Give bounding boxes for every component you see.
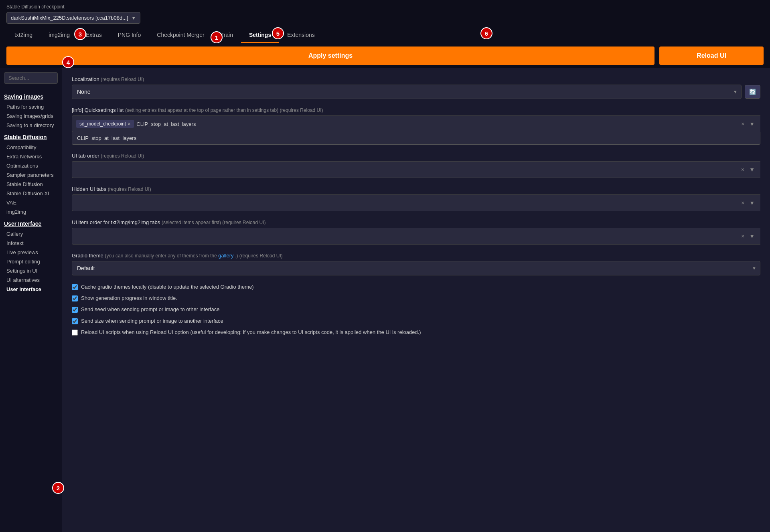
send-seed-checkbox[interactable] [72,307,78,313]
sidebar-section-stable-diffusion[interactable]: Stable Diffusion [4,134,58,140]
checkbox-show-progress: Show generation progress in window title… [72,295,760,302]
content-area: 3 4 2 Localization (requires Reload UI) … [62,68,770,532]
ui-tab-order-actions: × ▼ [740,166,756,174]
quicksettings-label: [info] Quicksettings list (setting entri… [72,107,760,113]
reload-scripts-label[interactable]: Reload UI scripts when using Reload UI o… [81,329,421,336]
tag-sd-model-checkpoint: sd_model_checkpoint × [76,120,134,128]
sidebar-item-optimizations[interactable]: Optimizations [4,161,58,170]
reload-ui-button[interactable]: Reload UI [659,47,764,65]
setting-localization: Localization (requires Reload UI) None 🔄 [72,76,760,99]
ui-item-order-input[interactable]: × ▼ [72,228,760,245]
send-seed-label[interactable]: Send seed when sending prompt or image t… [81,306,219,313]
setting-hidden-ui-tabs: Hidden UI tabs (requires Reload UI) × ▼ [72,186,760,211]
setting-quicksettings: [info] Quicksettings list (setting entri… [72,107,760,145]
cache-gradio-label[interactable]: Cache gradio themes locally (disable to … [81,283,254,291]
tab-extras[interactable]: Extras [78,28,110,43]
sidebar-item-ui-alternatives[interactable]: UI alternatives [4,275,58,285]
sidebar-item-paths-for-saving[interactable]: Paths for saving [4,102,58,111]
search-input[interactable] [4,72,58,84]
setting-gradio-theme: Gradio theme (you can also manually ente… [72,253,760,275]
reload-scripts-checkbox[interactable] [72,330,78,336]
apply-settings-button[interactable]: Apply settings [6,47,654,65]
localization-row: None 🔄 [72,85,760,99]
cache-gradio-checkbox[interactable] [72,284,78,290]
sidebar-item-stable-diffusion[interactable]: Stable Diffusion [4,180,58,189]
hidden-ui-tabs-label: Hidden UI tabs (requires Reload UI) [72,186,760,192]
annotation-2: 2 [62,482,64,494]
ui-tab-clear-button[interactable]: × [740,166,746,174]
ui-item-clear-button[interactable]: × [740,232,746,240]
tag-clear-button[interactable]: × [740,120,746,128]
sidebar: Saving images Paths for saving Saving im… [0,68,62,532]
hidden-tabs-dropdown-button[interactable]: ▼ [748,199,756,207]
tag-input-actions: × ▼ [740,120,756,128]
tab-settings[interactable]: Settings [241,28,279,43]
sidebar-item-prompt-editing[interactable]: Prompt editing [4,257,58,266]
tab-img2img[interactable]: img2img [41,28,78,43]
sidebar-item-user-interface[interactable]: User interface [4,285,58,294]
ui-tab-order-input[interactable]: × ▼ [72,161,760,178]
checkpoint-select[interactable]: darkSushiMixMix_225D.safetensors [cca17b… [6,12,140,24]
action-bar: Apply settings Reload UI [0,43,770,68]
ui-item-order-label-text: UI item order for txt2img/img2img tabs [72,219,160,225]
tag-label: sd_model_checkpoint [79,121,126,127]
localization-label-text: Localization [72,76,99,82]
ui-item-dropdown-button[interactable]: ▼ [748,232,756,240]
checkpoint-value: darkSushiMixMix_225D.safetensors [cca17b… [11,15,128,21]
sidebar-item-gallery[interactable]: Gallery [4,229,58,239]
quicksettings-label-text: [info] Quicksettings list [72,107,124,113]
ui-item-order-actions: × ▼ [740,232,756,240]
gradio-theme-gallery-link[interactable]: gallery [218,253,233,259]
sidebar-item-extra-networks[interactable]: Extra Networks [4,152,58,161]
setting-ui-item-order: UI item order for txt2img/img2img tabs (… [72,219,760,245]
quicksettings-suggestion[interactable]: CLIP_stop_at_last_layers [72,132,760,145]
localization-refresh-button[interactable]: 🔄 [745,85,760,99]
sidebar-section-saving-images[interactable]: Saving images [4,93,58,100]
hidden-ui-tabs-text-input[interactable] [76,200,737,206]
ui-item-order-text-input[interactable] [76,233,737,239]
sidebar-item-compatibility[interactable]: Compatibility [4,143,58,152]
sidebar-item-img2img[interactable]: img2img [4,207,58,216]
ui-tab-order-text-input[interactable] [76,167,737,173]
tag-remove-icon[interactable]: × [128,121,131,127]
send-size-label[interactable]: Send size when sending prompt or image t… [81,318,223,325]
tab-png-info[interactable]: PNG Info [110,28,149,43]
tab-train[interactable]: Train [213,28,241,43]
show-progress-checkbox[interactable] [72,295,78,301]
tab-extensions[interactable]: Extensions [279,28,322,43]
hidden-ui-tabs-input[interactable]: × ▼ [72,194,760,211]
sidebar-section-user-interface[interactable]: User Interface [4,220,58,227]
setting-ui-tab-order: UI tab order (requires Reload UI) × ▼ [72,153,760,178]
ui-item-order-label-suffix: (selected items appear first) (requires … [162,220,265,225]
sidebar-item-stable-diffusion-xl[interactable]: Stable Diffusion XL [4,189,58,198]
tab-checkpoint-merger[interactable]: Checkpoint Merger [149,28,212,43]
localization-select[interactable]: None [72,85,742,99]
quicksettings-tag-input[interactable]: sd_model_checkpoint × × ▼ [72,115,760,132]
sidebar-item-live-previews[interactable]: Live previews [4,248,58,257]
gradio-theme-label: Gradio theme (you can also manually ente… [72,253,760,259]
checkpoint-arrow-icon: ▼ [132,16,136,20]
tab-txt2img[interactable]: txt2img [6,28,41,43]
quicksettings-text-input[interactable] [136,121,737,127]
tag-dropdown-button[interactable]: ▼ [748,120,756,128]
sidebar-item-saving-to-directory[interactable]: Saving to a directory [4,121,58,130]
sidebar-item-infotext[interactable]: Infotext [4,239,58,248]
hidden-ui-tabs-label-suffix: (requires Reload UI) [108,186,151,192]
quicksettings-label-suffix: (setting entries that appear at the top … [125,107,323,113]
ui-item-order-label: UI item order for txt2img/img2img tabs (… [72,219,760,225]
ui-tab-order-row: × ▼ [72,161,760,178]
sidebar-item-settings-in-ui[interactable]: Settings in UI [4,266,58,275]
sidebar-item-saving-images-grids[interactable]: Saving images/grids [4,111,58,121]
ui-tab-dropdown-button[interactable]: ▼ [748,166,756,174]
gradio-theme-select[interactable]: Default [72,261,760,275]
checkbox-cache-gradio: Cache gradio themes locally (disable to … [72,283,760,291]
sidebar-item-sampler-parameters[interactable]: Sampler parameters [4,170,58,180]
localization-label: Localization (requires Reload UI) [72,76,760,82]
show-progress-label[interactable]: Show generation progress in window title… [81,295,177,302]
send-size-checkbox[interactable] [72,318,78,324]
hidden-tabs-clear-button[interactable]: × [740,199,746,207]
gradio-theme-label-text: Gradio theme [72,253,103,259]
ui-tab-order-label: UI tab order (requires Reload UI) [72,153,760,159]
checkpoint-label: Stable Diffusion checkpoint [6,4,764,10]
sidebar-item-vae[interactable]: VAE [4,198,58,207]
